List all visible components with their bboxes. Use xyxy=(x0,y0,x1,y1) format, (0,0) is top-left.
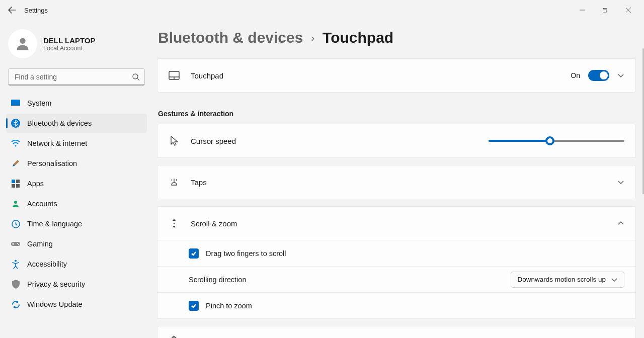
svg-point-3 xyxy=(133,74,138,79)
nav: System Bluetooth & devices Network & int… xyxy=(6,94,147,314)
avatar xyxy=(8,29,37,58)
chevron-down-icon xyxy=(617,179,624,186)
svg-point-15 xyxy=(17,243,18,244)
svg-point-7 xyxy=(15,145,17,147)
svg-point-16 xyxy=(18,244,19,245)
drag-two-fingers-checkbox[interactable] xyxy=(189,248,199,259)
scroll-zoom-label: Scroll & zoom xyxy=(191,219,617,228)
brush-icon xyxy=(11,159,20,168)
search-input[interactable] xyxy=(8,68,145,86)
apps-icon xyxy=(11,179,20,188)
scrolling-direction-select[interactable]: Downwards motion scrolls up xyxy=(511,272,624,288)
accessibility-icon xyxy=(11,260,20,269)
minimize-button[interactable] xyxy=(571,2,594,18)
taps-label: Taps xyxy=(191,178,617,187)
nav-label: System xyxy=(27,99,51,107)
drag-two-fingers-label: Drag two fingers to scroll xyxy=(206,249,286,258)
search-icon xyxy=(132,73,140,81)
chevron-down-icon xyxy=(617,72,624,79)
svg-point-12 xyxy=(14,201,17,204)
chevron-right-icon: › xyxy=(311,32,314,44)
svg-rect-11 xyxy=(16,184,20,188)
close-button[interactable] xyxy=(617,2,640,18)
account-subtitle: Local Account xyxy=(43,45,96,52)
wifi-icon xyxy=(11,139,20,148)
main: Bluetooth & devices › Touchpad Touchpad … xyxy=(151,20,644,338)
window-title: Settings xyxy=(24,7,48,14)
nav-accessibility[interactable]: Accessibility xyxy=(6,255,147,274)
taps-card[interactable]: Taps xyxy=(157,165,636,199)
scrolling-direction-value: Downwards motion scrolls up xyxy=(517,276,606,283)
scrolling-direction-label: Scrolling direction xyxy=(189,276,246,284)
system-icon xyxy=(11,99,20,108)
breadcrumb-parent[interactable]: Bluetooth & devices xyxy=(158,29,303,46)
svg-rect-1 xyxy=(603,9,606,13)
nav-label: Bluetooth & devices xyxy=(27,119,92,127)
svg-rect-9 xyxy=(16,180,20,183)
gestures-section-title: Gestures & interaction xyxy=(158,110,636,118)
nav-system[interactable]: System xyxy=(6,94,147,113)
nav-personalisation[interactable]: Personalisation xyxy=(6,154,147,173)
close-icon xyxy=(626,8,631,13)
bluetooth-icon xyxy=(11,119,20,128)
minimize-icon xyxy=(580,8,585,13)
nav-network[interactable]: Network & internet xyxy=(6,134,147,153)
three-finger-card[interactable]: Three-finger gestures xyxy=(157,326,636,338)
window-controls xyxy=(571,2,640,18)
check-icon xyxy=(191,250,197,257)
nav-bluetooth[interactable]: Bluetooth & devices xyxy=(6,114,147,133)
shield-icon xyxy=(11,280,20,289)
sidebar: DELL LAPTOP Local Account System Bluetoo… xyxy=(0,20,151,338)
account-block[interactable]: DELL LAPTOP Local Account xyxy=(6,26,147,66)
accounts-icon xyxy=(11,199,20,208)
back-arrow-icon xyxy=(8,6,16,14)
cursor-speed-slider[interactable] xyxy=(489,140,624,142)
nav-update[interactable]: Windows Update xyxy=(6,295,147,314)
nav-label: Accessibility xyxy=(27,260,67,268)
scrolling-direction-row: Scrolling direction Downwards motion scr… xyxy=(157,266,635,292)
cursor-icon xyxy=(169,135,180,146)
svg-point-17 xyxy=(15,260,17,262)
nav-privacy[interactable]: Privacy & security xyxy=(6,275,147,294)
breadcrumb: Bluetooth & devices › Touchpad xyxy=(158,29,636,46)
titlebar: Settings xyxy=(0,0,644,20)
nav-accounts[interactable]: Accounts xyxy=(6,194,147,213)
drag-two-fingers-row[interactable]: Drag two fingers to scroll xyxy=(157,240,635,266)
chevron-down-icon xyxy=(611,276,618,283)
nav-apps[interactable]: Apps xyxy=(6,174,147,193)
pinch-to-zoom-label: Pinch to zoom xyxy=(206,302,252,310)
svg-rect-8 xyxy=(12,180,15,183)
svg-point-2 xyxy=(20,38,25,44)
scroll-icon xyxy=(169,218,180,229)
touchpad-label: Touchpad xyxy=(191,71,571,80)
tap-icon xyxy=(169,177,180,188)
nav-label: Gaming xyxy=(27,240,53,248)
pinch-to-zoom-row[interactable]: Pinch to zoom xyxy=(157,292,635,318)
chevron-up-icon xyxy=(617,220,624,227)
person-icon xyxy=(14,35,31,52)
account-name: DELL LAPTOP xyxy=(43,36,96,45)
touchpad-icon xyxy=(169,70,180,81)
breadcrumb-current: Touchpad xyxy=(323,29,393,46)
nav-label: Apps xyxy=(27,180,44,188)
hand-icon xyxy=(169,335,180,338)
cursor-speed-label: Cursor speed xyxy=(191,137,489,145)
nav-time[interactable]: Time & language xyxy=(6,214,147,233)
scroll-zoom-card: Scroll & zoom Drag two fingers to scroll… xyxy=(157,206,636,319)
three-finger-label: Three-finger gestures xyxy=(191,336,617,339)
maximize-button[interactable] xyxy=(594,2,617,18)
pinch-to-zoom-checkbox[interactable] xyxy=(189,301,199,311)
nav-label: Time & language xyxy=(27,220,82,228)
nav-label: Privacy & security xyxy=(27,280,85,288)
nav-label: Personalisation xyxy=(27,159,77,167)
touchpad-toggle[interactable] xyxy=(588,70,609,81)
cursor-speed-card: Cursor speed xyxy=(157,124,636,158)
nav-label: Accounts xyxy=(27,200,57,208)
touchpad-card[interactable]: Touchpad On xyxy=(157,58,636,93)
clock-icon xyxy=(11,219,20,228)
svg-point-19 xyxy=(174,223,175,224)
nav-gaming[interactable]: Gaming xyxy=(6,234,147,254)
scroll-zoom-header[interactable]: Scroll & zoom xyxy=(157,207,635,240)
svg-rect-5 xyxy=(11,105,20,106)
back-button[interactable] xyxy=(4,2,20,18)
